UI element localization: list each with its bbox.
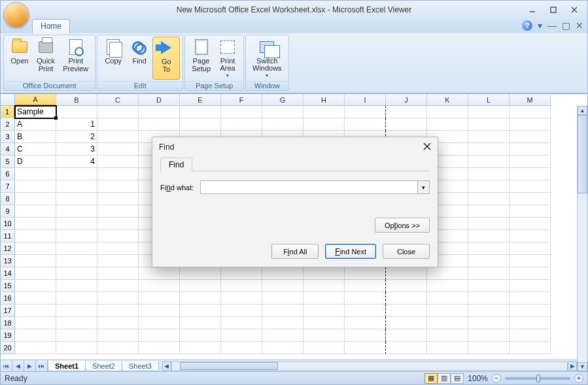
column-header[interactable]: A <box>15 94 56 106</box>
cell[interactable] <box>180 329 221 342</box>
cell[interactable] <box>510 317 551 329</box>
cell[interactable] <box>510 230 551 243</box>
cell[interactable] <box>262 317 303 329</box>
cell[interactable] <box>15 317 56 329</box>
cell[interactable] <box>427 329 468 342</box>
cell[interactable] <box>386 329 427 342</box>
hscroll-track[interactable] <box>171 361 568 371</box>
column-header[interactable]: G <box>262 94 303 106</box>
cell[interactable] <box>56 230 97 243</box>
cell[interactable] <box>56 168 97 180</box>
scroll-up-button[interactable]: ▲ <box>578 106 587 115</box>
cell[interactable] <box>56 329 97 342</box>
cell[interactable] <box>345 280 386 292</box>
cell[interactable] <box>15 267 56 280</box>
cell[interactable] <box>510 292 551 305</box>
find-next-button[interactable]: Find Next <box>325 244 376 259</box>
column-header[interactable]: I <box>345 94 386 106</box>
cell[interactable] <box>139 292 180 305</box>
cell[interactable] <box>97 329 139 342</box>
column-header[interactable]: D <box>139 94 180 106</box>
zoom-slider-handle[interactable] <box>536 375 540 382</box>
cell[interactable] <box>468 168 510 180</box>
row-header[interactable]: 5 <box>1 156 15 168</box>
cell[interactable] <box>97 168 139 180</box>
cell[interactable] <box>468 280 510 292</box>
cell[interactable] <box>262 329 303 342</box>
cell[interactable] <box>180 280 221 292</box>
print-preview-button[interactable]: Print Preview <box>59 37 92 80</box>
zoom-in-button[interactable]: + <box>574 374 583 383</box>
cell[interactable] <box>468 243 510 255</box>
page-layout-view-button[interactable]: ▥ <box>438 373 451 384</box>
cell[interactable] <box>56 280 97 292</box>
page-setup-button[interactable]: Page Setup <box>188 37 215 80</box>
cell[interactable] <box>345 267 386 280</box>
row-header[interactable]: 14 <box>1 267 15 280</box>
cell[interactable] <box>180 342 221 354</box>
cell[interactable] <box>303 280 345 292</box>
cell[interactable] <box>345 342 386 354</box>
cell[interactable] <box>15 218 56 230</box>
row-header[interactable]: 9 <box>1 205 15 218</box>
row-header[interactable]: 20 <box>1 342 15 354</box>
cell[interactable] <box>56 193 97 205</box>
cell[interactable] <box>468 131 510 143</box>
zoom-out-button[interactable]: − <box>492 374 501 383</box>
cell[interactable] <box>345 317 386 329</box>
cell[interactable] <box>97 131 139 143</box>
row-header[interactable]: 18 <box>1 317 15 329</box>
column-header[interactable]: J <box>386 94 427 106</box>
cell[interactable] <box>303 305 345 317</box>
cell[interactable]: 4 <box>56 156 97 168</box>
dialog-titlebar[interactable]: Find <box>152 137 438 157</box>
cell[interactable] <box>386 292 427 305</box>
cell[interactable] <box>56 317 97 329</box>
row-header[interactable]: 6 <box>1 168 15 180</box>
row-header[interactable]: 7 <box>1 180 15 193</box>
cell[interactable] <box>303 329 345 342</box>
column-header[interactable]: B <box>56 94 97 106</box>
cell[interactable] <box>303 106 345 118</box>
options-button[interactable]: Options >> <box>375 218 430 233</box>
cell[interactable] <box>97 193 139 205</box>
cell[interactable] <box>303 267 345 280</box>
cell[interactable] <box>180 305 221 317</box>
cell[interactable]: Sample <box>15 106 56 118</box>
cell[interactable] <box>262 280 303 292</box>
cell[interactable] <box>56 255 97 267</box>
row-header[interactable]: 15 <box>1 280 15 292</box>
minimize-button[interactable] <box>522 3 543 16</box>
cell[interactable] <box>510 131 551 143</box>
cell[interactable] <box>97 156 139 168</box>
cell[interactable] <box>468 118 510 131</box>
cell[interactable] <box>15 193 56 205</box>
find-button[interactable]: Find <box>126 37 152 80</box>
column-header[interactable]: H <box>303 94 345 106</box>
cell[interactable] <box>97 267 139 280</box>
scroll-right-button[interactable]: ▶ <box>568 361 577 371</box>
cell[interactable] <box>386 342 427 354</box>
cell[interactable] <box>221 342 262 354</box>
cell[interactable] <box>303 317 345 329</box>
cell[interactable] <box>221 305 262 317</box>
select-all-corner[interactable] <box>1 94 15 106</box>
cell[interactable] <box>468 292 510 305</box>
cell[interactable] <box>386 106 427 118</box>
cell[interactable] <box>97 118 139 131</box>
cell[interactable] <box>468 342 510 354</box>
cell[interactable] <box>510 255 551 267</box>
cell[interactable] <box>468 317 510 329</box>
cell[interactable] <box>97 205 139 218</box>
cell[interactable] <box>15 280 56 292</box>
cell[interactable] <box>468 255 510 267</box>
scroll-left-button[interactable]: ◀ <box>162 361 171 371</box>
cell[interactable]: 2 <box>56 131 97 143</box>
cell[interactable] <box>221 267 262 280</box>
row-header[interactable]: 4 <box>1 143 15 156</box>
cell[interactable] <box>427 118 468 131</box>
cell[interactable] <box>97 305 139 317</box>
cell[interactable] <box>139 305 180 317</box>
cell[interactable] <box>468 156 510 168</box>
row-header[interactable]: 16 <box>1 292 15 305</box>
